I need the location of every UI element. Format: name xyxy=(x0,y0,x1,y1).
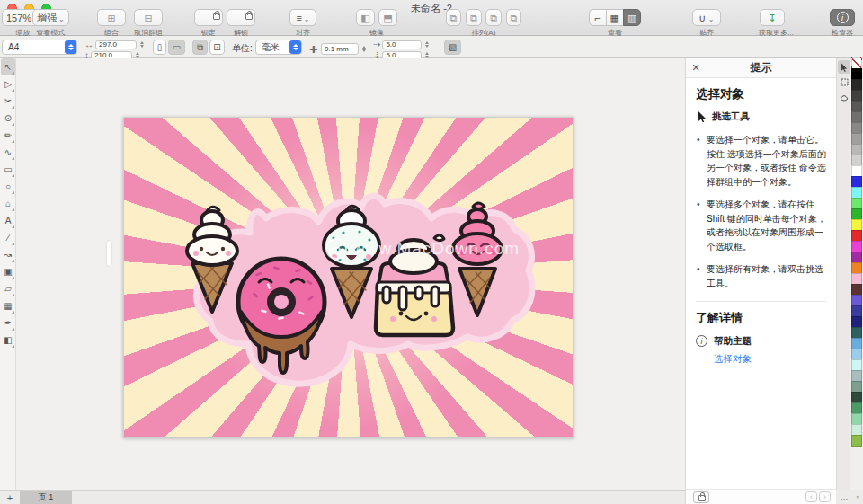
lock-group: 锁定 xyxy=(194,9,223,38)
flyout-indicator-icon xyxy=(12,260,14,262)
pen-tool[interactable]: ✒ xyxy=(1,314,15,332)
treat-as-filled-icon: ▧ xyxy=(449,42,457,52)
treat-as-filled-button[interactable]: ▧ xyxy=(444,40,461,55)
dimension-tool[interactable]: ∕ xyxy=(1,229,15,246)
units-select[interactable]: 毫米 xyxy=(255,40,302,55)
flyout-indicator-icon xyxy=(12,123,14,126)
page-size-select[interactable]: A4 xyxy=(2,40,77,55)
duplicate-distance: ⇢ 5.0 ⇣ 5.0 xyxy=(373,40,438,55)
stepper-icon[interactable] xyxy=(140,41,144,48)
align-icon: ≡ xyxy=(296,13,301,23)
add-page-button[interactable]: + xyxy=(0,492,20,503)
polygon-tool[interactable]: ⌂ xyxy=(1,195,15,212)
lock-button[interactable] xyxy=(194,9,223,26)
hints-panel-footer: ‹ › xyxy=(686,489,836,504)
flyout-indicator-icon xyxy=(12,311,14,314)
document-page[interactable]: m www.MacDown.com xyxy=(123,117,574,438)
crop-tool[interactable]: ✂ xyxy=(1,93,15,110)
combine-button[interactable]: ⊞ xyxy=(97,9,126,26)
mirror-vertical-button[interactable]: ⬒ xyxy=(378,9,396,26)
view-grid-button[interactable]: ▦ xyxy=(606,9,624,26)
hints-tab[interactable] xyxy=(838,60,850,74)
inspector-button[interactable]: i xyxy=(830,9,855,26)
get-more-button[interactable]: ↧ xyxy=(760,9,785,26)
nudge-field[interactable]: 0.1 mm xyxy=(321,43,359,55)
pick-tool[interactable]: ↖ xyxy=(1,58,15,75)
duplicate-x-icon: ⇢ xyxy=(373,40,380,49)
extrude-tool[interactable]: ▱ xyxy=(1,280,15,297)
nudge-icon: ✚ xyxy=(309,42,317,57)
transform-tab[interactable] xyxy=(838,75,850,89)
page-tab[interactable]: 页 1 xyxy=(20,491,72,504)
download-icon: ↧ xyxy=(768,13,776,23)
palette-more-button[interactable]: … xyxy=(840,492,848,501)
watermark: m www.MacDown.com xyxy=(325,238,520,260)
object-properties-icon xyxy=(840,94,849,102)
viewmode-group: 增强⌄ 查看模式 xyxy=(32,9,69,38)
view-group: ⌐ ▦ ▥ 查看 xyxy=(586,9,644,38)
text-tool[interactable]: A xyxy=(1,212,15,229)
ellipse-tool[interactable]: ○ xyxy=(1,178,15,195)
properties-tab[interactable] xyxy=(838,91,850,104)
snap-dropdown[interactable]: ∪⌄ xyxy=(692,9,721,26)
view-mode-dropdown[interactable]: 增强⌄ xyxy=(32,9,69,26)
flyout-indicator-icon xyxy=(12,140,14,143)
get-more-group: ↧ 获取更多... xyxy=(759,9,786,38)
flyout-indicator-icon xyxy=(12,157,14,160)
hints-heading: 选择对象 xyxy=(696,86,826,102)
palette-scroll-button[interactable]: ◦ xyxy=(856,492,859,501)
portrait-icon: ▯ xyxy=(157,42,163,52)
send-to-back-button[interactable]: ⧉ xyxy=(466,9,482,26)
bring-forward-button[interactable]: ⧉ xyxy=(485,9,502,26)
hint-forward-button[interactable]: › xyxy=(819,491,831,502)
canvas-scrollbar-nub[interactable] xyxy=(107,241,111,266)
close-icon[interactable]: ✕ xyxy=(686,62,706,74)
unlock-button[interactable] xyxy=(227,9,255,26)
view-normal-button[interactable]: ⌐ xyxy=(589,9,607,26)
connector-tool[interactable]: ↝ xyxy=(1,246,15,263)
stepper-icon[interactable] xyxy=(136,52,139,58)
flyout-indicator-icon xyxy=(12,328,14,331)
table-tool[interactable]: ▦ xyxy=(1,297,15,314)
flyout-indicator-icon xyxy=(12,208,14,211)
freehand-tool[interactable]: ✏ xyxy=(1,127,15,144)
stepper-icon xyxy=(289,40,301,54)
shape-tool[interactable]: ▷ xyxy=(1,75,15,93)
rectangle-tool[interactable]: ▭ xyxy=(1,161,15,178)
flyout-indicator-icon xyxy=(12,174,14,177)
hint-bullet: 要选择所有对象，请双击挑选工具。 xyxy=(696,258,826,295)
fill-tool[interactable]: ◧ xyxy=(1,332,15,349)
snap-group: ∪⌄ 贴齐 xyxy=(692,9,721,38)
hint-back-button[interactable]: ‹ xyxy=(805,491,817,502)
flyout-indicator-icon xyxy=(12,72,14,75)
all-pages-button[interactable]: ⧉ xyxy=(192,40,208,55)
stepper-icon[interactable] xyxy=(425,41,429,48)
units-label: 单位: xyxy=(232,42,253,57)
ungroup-button[interactable]: ⊟ xyxy=(134,9,163,26)
landscape-button[interactable]: ▭ xyxy=(168,40,185,55)
bring-to-front-icon: ⧉ xyxy=(450,13,458,23)
send-backward-button[interactable]: ⧉ xyxy=(506,9,522,26)
zoom-tool[interactable]: ⊙ xyxy=(1,110,15,127)
transform-icon xyxy=(841,78,849,86)
page-width-field[interactable]: 297.0 xyxy=(95,40,137,49)
current-page-button[interactable]: ⊡ xyxy=(209,40,225,55)
canvas-workspace[interactable]: m www.MacDown.com xyxy=(16,58,685,490)
shadow-tool[interactable]: ▣ xyxy=(1,263,15,280)
view-page-button[interactable]: ▥ xyxy=(623,9,641,26)
flyout-indicator-icon xyxy=(12,89,14,92)
flyout-indicator-icon xyxy=(12,243,14,245)
stepper-icon[interactable] xyxy=(362,46,366,52)
color-swatch[interactable] xyxy=(851,435,862,447)
flyout-indicator-icon xyxy=(12,277,14,279)
align-dropdown[interactable]: ≡⌄ xyxy=(289,9,316,26)
select-objects-link[interactable]: 选择对象 xyxy=(714,353,826,366)
lock-panel-button[interactable] xyxy=(693,491,709,503)
artistic-media-tool[interactable]: ∿ xyxy=(1,144,15,161)
current-page-icon: ⊡ xyxy=(213,42,220,52)
mirror-horizontal-button[interactable]: ◧ xyxy=(356,9,374,26)
stepper-icon[interactable] xyxy=(425,52,429,58)
duplicate-x-field[interactable]: 5.0 xyxy=(382,40,422,49)
portrait-button[interactable]: ▯ xyxy=(153,40,166,55)
bring-to-front-button[interactable]: ⧉ xyxy=(446,9,462,26)
